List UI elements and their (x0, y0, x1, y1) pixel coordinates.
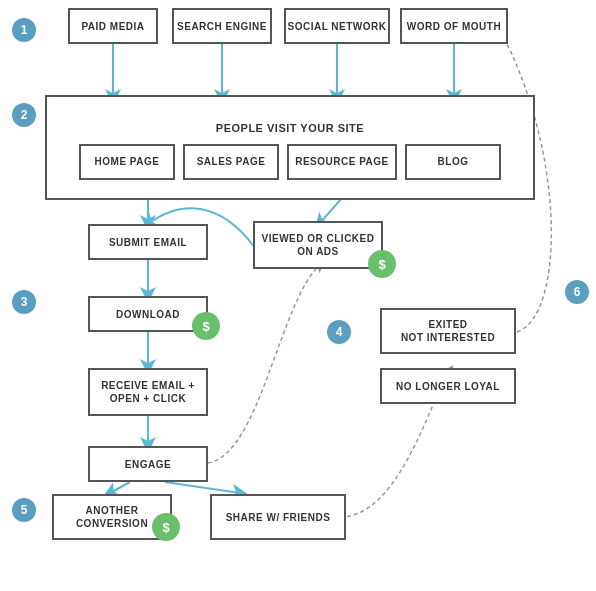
svg-line-5 (320, 198, 342, 223)
people-visit-label: PEOPLE VISIT YOUR SITE (47, 121, 533, 135)
no-longer-box: NO LONGER LOYAL (380, 368, 516, 404)
resource-page-box: RESOURCE PAGE (287, 144, 397, 180)
submit-email-box: SUBMIT EMAIL (88, 224, 208, 260)
dollar-1: $ (192, 312, 220, 340)
dollar-2: $ (368, 250, 396, 278)
home-page-box: HOME PAGE (79, 144, 175, 180)
svg-line-9 (110, 482, 130, 493)
diagram: 1 2 3 4 5 6 PAID MEDIA SEARCH ENGINE SOC… (0, 0, 596, 591)
social-network-box: SOCIAL NETWORK (284, 8, 390, 44)
circle-1: 1 (12, 18, 36, 42)
receive-email-box: RECEIVE EMAIL + OPEN + CLICK (88, 368, 208, 416)
blog-box: BLOG (405, 144, 501, 180)
circle-3: 3 (12, 290, 36, 314)
circle-6: 6 (565, 280, 589, 304)
circle-2: 2 (12, 103, 36, 127)
dollar-3: $ (152, 513, 180, 541)
circle-4: 4 (327, 320, 351, 344)
circle-5: 5 (12, 498, 36, 522)
svg-line-10 (165, 482, 240, 493)
viewed-clicked-box: VIEWED OR CLICKED ON ADS (253, 221, 383, 269)
people-visit-box: PEOPLE VISIT YOUR SITE HOME PAGE SALES P… (45, 95, 535, 200)
engage-box: ENGAGE (88, 446, 208, 482)
paid-media-box: PAID MEDIA (68, 8, 158, 44)
sales-page-box: SALES PAGE (183, 144, 279, 180)
word-of-mouth-box: WORD OF MOUTH (400, 8, 508, 44)
search-engine-box: SEARCH ENGINE (172, 8, 272, 44)
download-box: DOWNLOAD (88, 296, 208, 332)
share-friends-box: SHARE W/ FRIENDS (210, 494, 346, 540)
exited-not-box: EXITED NOT INTERESTED (380, 308, 516, 354)
